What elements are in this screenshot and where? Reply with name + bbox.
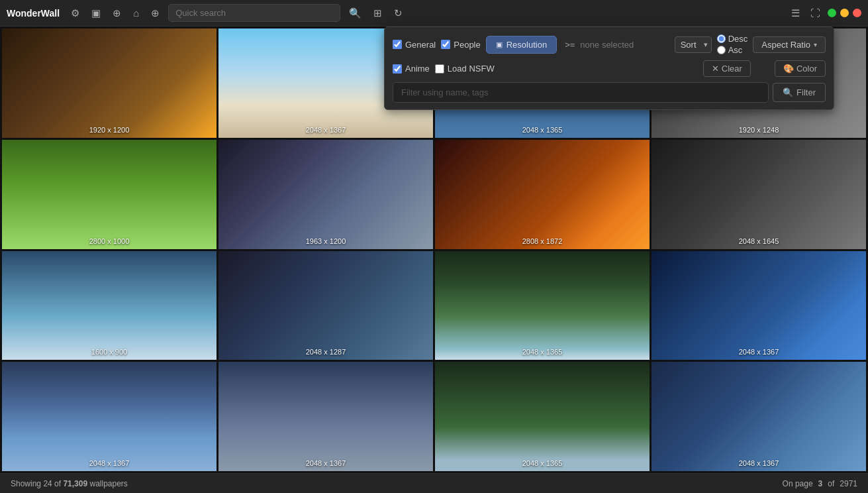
thumb-resolution: 2048 x 1367 [2,459,217,467]
total-pages: 2971 [840,479,857,488]
filter-search-icon: 🔍 [783,87,793,97]
topbar-right-icons: ☰ ⛶ [788,5,861,21]
refresh-icon[interactable]: ↻ [391,5,406,21]
bottombar: Showing 24 of 71,309 wallpapers On page … [0,473,868,493]
load-nsfw-checkbox-label[interactable]: Load NSFW [435,64,495,74]
wallpaper-thumb[interactable]: 1600 x 900 [2,251,217,360]
thumb-resolution: 2048 x 1365 [435,348,650,356]
thumb-resolution: 2808 x 1872 [435,237,650,245]
none-selected-label: none selected [580,40,634,50]
page-number: 3 [818,479,823,488]
desc-radio-label[interactable]: Desc [717,34,748,44]
wallpaper-thumb[interactable]: 2048 x 1365 [435,251,650,360]
people-checkbox-label[interactable]: People [441,40,480,50]
tl-green[interactable] [828,9,836,17]
search-input[interactable] [168,4,340,22]
resolution-button[interactable]: ▣ Resolution [486,36,557,54]
wallpaper-thumb[interactable]: 2808 x 1872 [435,140,650,249]
thumb-resolution: 2800 x 1000 [2,237,217,245]
search-icon[interactable]: 🔍 [346,5,365,21]
wallpaper-thumb[interactable]: 1963 x 1200 [218,140,433,249]
window-icon[interactable]: ▣ [88,5,104,21]
wallpaper-thumb[interactable]: 2048 x 1367 [2,362,217,471]
gte-label: >= [565,40,575,50]
anime-checkbox-label[interactable]: Anime [393,64,430,74]
nav-back-icon[interactable]: ⊕ [109,5,124,21]
asc-radio[interactable] [717,46,726,54]
filter-name-input[interactable] [393,82,769,103]
tl-yellow[interactable] [840,9,849,17]
wallpaper-thumb[interactable]: 2048 x 1367 [651,251,866,360]
thumb-resolution: 1600 x 900 [2,348,217,356]
order-radio-group: Desc Asc [717,34,748,55]
showing-info: Showing 24 of 71,309 wallpapers [11,479,128,488]
thumb-resolution: 1920 x 1200 [2,126,217,134]
thumb-resolution: 2048 x 1645 [651,237,866,245]
wallpaper-thumb[interactable]: 2048 x 1287 [218,251,433,360]
app-title: WonderWall [7,8,60,19]
filter-icon[interactable]: ⊞ [370,5,385,21]
clear-icon: ✕ [712,64,719,74]
tl-red[interactable] [853,9,861,17]
thumb-resolution: 2048 x 1367 [218,126,433,134]
filter-button[interactable]: 🔍 Filter [773,83,826,102]
color-button[interactable]: 🎨 Color [775,60,826,77]
thumb-resolution: 2048 x 1367 [218,459,433,467]
wallpaper-thumb[interactable]: 2048 x 1645 [651,140,866,249]
resolution-icon: ▣ [496,40,503,49]
desc-radio[interactable] [717,34,726,43]
sort-select-wrapper[interactable]: Sort [675,36,712,53]
sort-select[interactable]: Sort [675,36,712,53]
color-icon: 🎨 [783,64,794,74]
expand-icon[interactable]: ⛶ [807,5,824,21]
wallpaper-thumb[interactable]: 2800 x 1000 [2,140,217,249]
load-nsfw-checkbox[interactable] [435,64,444,74]
settings-icon[interactable]: ⚙ [68,5,83,21]
thumb-resolution: 2048 x 1367 [651,459,866,467]
total-count: 71,309 [63,479,87,488]
showing-count: 24 [43,479,52,488]
filter-panel: General People ▣ Resolution >= none sele… [384,27,834,110]
thumb-resolution: 2048 x 1365 [435,126,650,134]
aspect-ratio-button[interactable]: Aspect Ratio [753,36,826,53]
home-icon[interactable]: ⌂ [130,5,142,21]
thumb-resolution: 2048 x 1365 [435,459,650,467]
wallpaper-thumb[interactable]: 2048 x 1365 [435,362,650,471]
wallpaper-thumb[interactable]: 2048 x 1367 [651,362,866,471]
wallpaper-thumb[interactable]: 1920 x 1200 [2,28,217,138]
sort-icon[interactable]: ☰ [788,5,803,21]
people-checkbox[interactable] [441,40,450,49]
clear-button[interactable]: ✕ Clear [703,60,751,77]
anime-checkbox[interactable] [393,64,402,74]
thumb-resolution: 1920 x 1248 [651,126,866,134]
thumb-resolution: 2048 x 1287 [218,348,433,356]
general-checkbox[interactable] [393,40,402,49]
page-info: On page 3 of 2971 [783,479,857,488]
thumb-resolution: 2048 x 1367 [651,348,866,356]
general-checkbox-label[interactable]: General [393,40,436,50]
asc-radio-label[interactable]: Asc [717,45,748,55]
thumb-resolution: 1963 x 1200 [218,237,433,245]
wallpaper-thumb[interactable]: 2048 x 1367 [218,362,433,471]
nav-fwd-icon[interactable]: ⊕ [148,5,163,21]
topbar: WonderWall ⚙ ▣ ⊕ ⌂ ⊕ 🔍 ⊞ ↻ ☰ ⛶ [0,0,868,27]
filter-name-row: 🔍 Filter [393,82,826,103]
